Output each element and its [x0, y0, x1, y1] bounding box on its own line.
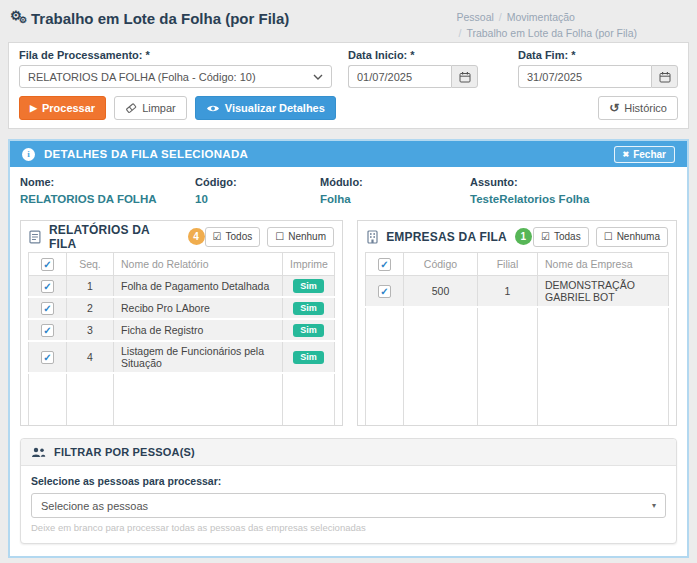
date-end-calendar-button[interactable]: [651, 65, 678, 88]
info-modulo: Módulo: Folha: [320, 176, 470, 205]
person-filter-panel: FILTRAR POR PESSOA(S) Selecione as pesso…: [20, 438, 677, 544]
row-checkbox[interactable]: ✓: [378, 285, 391, 298]
page-header: ⚙ ⚙ Trabalho em Lote da Folha (por Fila)…: [0, 0, 697, 42]
info-codigo: Código: 10: [195, 176, 320, 205]
breadcrumb-separator: /: [457, 27, 467, 39]
companies-header-checkbox[interactable]: ✓: [378, 258, 391, 271]
checked-box-icon: ☑: [213, 231, 222, 242]
col-imprime: Imprime: [283, 253, 335, 276]
history-button[interactable]: ↺ Histórico: [598, 96, 678, 120]
row-checkbox[interactable]: ✓: [41, 351, 54, 364]
person-select-label: Selecione as pessoas para processar:: [31, 475, 666, 487]
eraser-icon: [125, 103, 137, 114]
date-start-input[interactable]: [348, 65, 451, 88]
cogs-icon: ⚙ ⚙: [10, 9, 29, 27]
table-row: ✓ 500 1 DEMONSTRAÇÃO GABRIEL BOT: [366, 275, 669, 307]
cog-small-icon: ⚙: [19, 16, 27, 25]
checked-box-icon: ☑: [541, 231, 550, 242]
reports-table-header: ✓ Seq. Nome do Relatório Imprime: [29, 253, 335, 276]
table-row: ✓ 2 Recibo Pro LAbore Sim: [29, 297, 335, 319]
companies-panel-title: EMPRESAS DA FILA: [386, 230, 507, 244]
queue-label: Fila de Processamento: *: [19, 49, 332, 61]
empty-table-space: [29, 373, 335, 426]
person-filter-header: FILTRAR POR PESSOA(S): [21, 439, 676, 466]
col-codigo: Código: [404, 253, 478, 276]
building-icon: [367, 230, 378, 244]
date-end-input[interactable]: [518, 65, 651, 88]
date-end-label: Data Fim: *: [518, 49, 678, 61]
info-nome: Nome: RELATORIOS DA FOLHA: [20, 176, 195, 205]
report-name: Ficha de Registro: [114, 319, 283, 341]
reports-select-all-button[interactable]: ☑ Todos: [205, 227, 261, 247]
details-header: i DETALHES DA FILA SELECIONADA ✖ Fechar: [10, 141, 687, 167]
person-select[interactable]: Selecione as pessoas ▾: [31, 493, 666, 518]
reports-header-checkbox[interactable]: ✓: [41, 258, 54, 271]
empty-table-space: [366, 307, 669, 426]
select-arrow-icon: ▾: [652, 501, 656, 510]
users-icon: [31, 447, 46, 458]
companies-table-header: ✓ Código Filial Nome da Empresa: [366, 253, 669, 276]
print-badge: Sim: [293, 324, 324, 338]
queue-select-value: RELATORIOS DA FOLHA (Folha - Código: 10): [28, 71, 256, 83]
queue-select[interactable]: RELATORIOS DA FOLHA (Folha - Código: 10): [19, 65, 332, 88]
document-icon: [29, 230, 41, 244]
history-icon: ↺: [609, 102, 619, 114]
queue-info-row: Nome: RELATORIOS DA FOLHA Código: 10 Mód…: [10, 167, 687, 217]
col-seq: Seq.: [67, 253, 114, 276]
table-row: ✓ 3 Ficha de Registro Sim: [29, 319, 335, 341]
play-icon: ▶: [30, 104, 37, 113]
companies-select-none-button[interactable]: ☐ Nenhuma: [596, 227, 668, 247]
report-name: Recibo Pro LAbore: [114, 297, 283, 319]
row-checkbox[interactable]: ✓: [41, 324, 54, 337]
close-details-button[interactable]: ✖ Fechar: [614, 146, 676, 163]
person-filter-title: FILTRAR POR PESSOA(S): [54, 446, 195, 458]
breadcrumb-separator: /: [494, 11, 507, 23]
chevron-down-icon: [313, 74, 323, 80]
print-badge: Sim: [293, 279, 324, 293]
report-seq: 1: [67, 275, 114, 297]
info-icon: i: [22, 148, 35, 161]
calendar-icon: [659, 71, 671, 83]
report-name: Folha de Pagamento Detalhada: [114, 275, 283, 297]
company-branch: 1: [478, 275, 538, 307]
person-select-help: Deixe em branco para processar todas as …: [31, 522, 666, 533]
eye-icon: [206, 104, 220, 113]
table-row: ✓ 1 Folha de Pagamento Detalhada Sim: [29, 275, 335, 297]
breadcrumb-movimentacao[interactable]: Movimentação: [507, 11, 575, 23]
report-seq: 2: [67, 297, 114, 319]
calendar-icon: [459, 71, 471, 83]
companies-table: ✓ Código Filial Nome da Empresa ✓ 500 1 …: [365, 252, 669, 426]
print-badge: Sim: [293, 302, 324, 316]
row-checkbox[interactable]: ✓: [41, 302, 54, 315]
print-badge: Sim: [293, 351, 324, 365]
info-assunto: Assunto: TesteRelatorios Folha: [470, 176, 589, 205]
page-title-text: Trabalho em Lote da Folha (por Fila): [31, 10, 289, 27]
empty-box-icon: ☐: [604, 231, 613, 242]
process-button[interactable]: ▶ Processar: [19, 96, 106, 120]
breadcrumb: Pessoal / Movimentação / Trabalho em Lot…: [457, 9, 637, 42]
company-code: 500: [404, 275, 478, 307]
companies-select-all-button[interactable]: ☑ Todas: [533, 227, 589, 247]
reports-select-none-button[interactable]: ☐ Nenhum: [267, 227, 334, 247]
date-start-calendar-button[interactable]: [451, 65, 478, 88]
filters-card: Fila de Processamento: * RELATORIOS DA F…: [8, 42, 689, 129]
col-filial: Filial: [478, 253, 538, 276]
breadcrumb-pessoal[interactable]: Pessoal: [457, 11, 494, 23]
page-title: ⚙ ⚙ Trabalho em Lote da Folha (por Fila): [10, 9, 289, 27]
reports-table: ✓ Seq. Nome do Relatório Imprime ✓ 1 Fol…: [28, 252, 335, 426]
companies-panel: EMPRESAS DA FILA 1 ☑ Todas ☐ Nenhuma: [357, 220, 677, 426]
details-card: i DETALHES DA FILA SELECIONADA ✖ Fechar …: [8, 139, 689, 558]
empty-box-icon: ☐: [275, 231, 284, 242]
report-seq: 3: [67, 319, 114, 341]
company-name: DEMONSTRAÇÃO GABRIEL BOT: [538, 275, 669, 307]
clear-button[interactable]: Limpar: [114, 96, 187, 120]
details-header-title: DETALHES DA FILA SELECIONADA: [44, 148, 248, 160]
reports-panel: RELATÓRIOS DA FILA 4 ☑ Todos ☐ Nenhum: [20, 220, 343, 426]
col-nome-empresa: Nome da Empresa: [538, 253, 669, 276]
row-checkbox[interactable]: ✓: [41, 280, 54, 293]
view-details-button[interactable]: Visualizar Detalhes: [195, 96, 336, 120]
person-select-placeholder: Selecione as pessoas: [41, 500, 148, 512]
table-row: ✓ 4 Listagem de Funcionários pela Situaç…: [29, 341, 335, 373]
report-name: Listagem de Funcionários pela Situação: [114, 341, 283, 373]
breadcrumb-current: Trabalho em Lote da Folha (por Fila): [466, 27, 637, 39]
